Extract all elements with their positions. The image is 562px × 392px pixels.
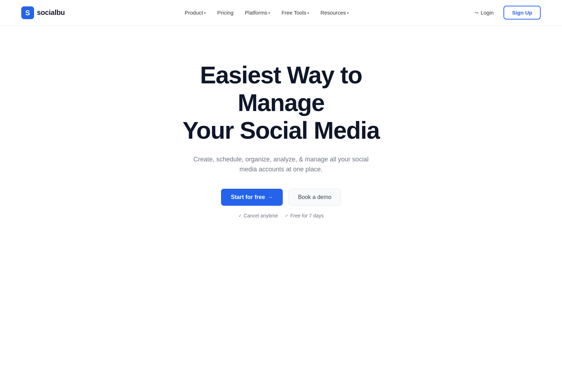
chevron-down-icon: ▾: [268, 11, 270, 15]
signup-button[interactable]: Sign Up: [503, 6, 541, 20]
hero-subtitle: Create, schedule, organize, analyze, & m…: [189, 154, 373, 175]
hero-meta: ✓ Cancel anytime ✓ Free for 7 days: [238, 213, 324, 219]
arrow-icon: →: [268, 194, 273, 200]
chevron-down-icon: ▾: [307, 11, 309, 15]
logo-area: S socialbu: [21, 6, 65, 19]
nav-item-resources[interactable]: Resources ▾: [315, 7, 354, 18]
start-free-button[interactable]: Start for free →: [221, 189, 283, 206]
navbar: S socialbu Product ▾ Pricing Platforms ▾…: [0, 0, 562, 26]
login-icon: ⤳: [474, 10, 479, 16]
hero-title: Easiest Way to Manage Your Social Media: [157, 61, 405, 144]
chevron-down-icon: ▾: [204, 11, 206, 15]
brand-name: socialbu: [37, 9, 65, 17]
svg-text:S: S: [25, 9, 30, 17]
hero-buttons: Start for free → Book a demo: [221, 189, 341, 206]
book-demo-button[interactable]: Book a demo: [288, 189, 341, 206]
logo-icon: S: [21, 6, 34, 19]
meta-free-trial: ✓ Free for 7 days: [285, 213, 324, 219]
chevron-down-icon: ▾: [347, 11, 349, 15]
nav-links: Product ▾ Pricing Platforms ▾ Free Tools…: [180, 7, 353, 18]
nav-item-free-tools[interactable]: Free Tools ▾: [276, 7, 314, 18]
check-icon: ✓: [285, 213, 288, 218]
nav-item-platforms[interactable]: Platforms ▾: [240, 7, 275, 18]
login-button[interactable]: ⤳ Login: [469, 7, 500, 18]
nav-actions: ⤳ Login Sign Up: [469, 6, 541, 20]
nav-item-pricing[interactable]: Pricing: [212, 7, 238, 18]
hero-section: Easiest Way to Manage Your Social Media …: [0, 26, 562, 240]
nav-item-product[interactable]: Product ▾: [180, 7, 211, 18]
check-icon: ✓: [238, 213, 242, 218]
meta-cancel: ✓ Cancel anytime: [238, 213, 278, 219]
